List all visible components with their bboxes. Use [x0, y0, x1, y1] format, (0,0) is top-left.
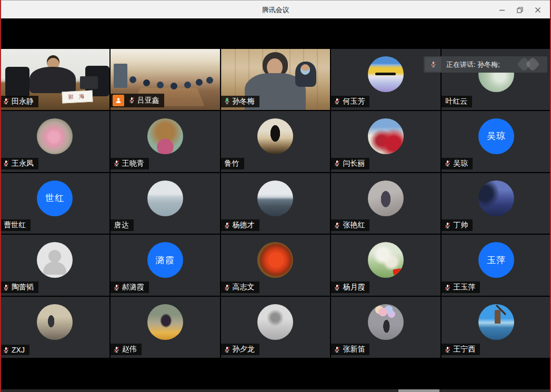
- video-scene-shape: [80, 76, 98, 89]
- tencent-meeting-window: 腾讯会议 郭 海田永静吕亚鑫孙冬梅何玉芳叶红云王永凤王晓青鲁竹闫长: [0, 0, 551, 392]
- participant-tile[interactable]: 杨月霞: [331, 235, 440, 296]
- muted-mic-icon: [444, 159, 452, 167]
- participant-tile[interactable]: 高志文: [221, 235, 330, 296]
- windmill-canal-avatar: [478, 304, 514, 340]
- courtyard-person-avatar: [37, 304, 73, 340]
- participant-name: 高志文: [233, 283, 255, 292]
- muted-mic-icon: [2, 284, 10, 292]
- participant-tile[interactable]: 孙冬梅: [221, 49, 330, 110]
- participant-tile[interactable]: 世红曹世红: [0, 173, 109, 234]
- participant-label: 吕亚鑫: [111, 94, 164, 107]
- participant-label: ZXJ: [0, 345, 29, 355]
- video-scene-shape: [5, 67, 29, 97]
- participant-tile[interactable]: 吴琼吴琼: [442, 111, 551, 172]
- participant-tile[interactable]: 鲁竹: [221, 111, 330, 172]
- participant-tile[interactable]: 王宁西: [442, 297, 551, 358]
- capture-border-left: [0, 0, 1, 392]
- participant-name: 曹世红: [4, 220, 26, 230]
- participant-label: 王晓青: [111, 158, 149, 169]
- participant-label: 鲁竹: [221, 158, 244, 169]
- participant-label: 赵伟: [111, 344, 142, 355]
- taskbar-peek[interactable]: [398, 389, 439, 392]
- pink-blossom-avatar: [37, 118, 73, 154]
- participant-tile[interactable]: 张艳红: [331, 173, 440, 234]
- muted-mic-icon: [333, 97, 341, 105]
- participant-tile[interactable]: 王永凤: [0, 111, 109, 172]
- participant-name: 唐达: [114, 220, 129, 230]
- close-icon: [535, 7, 541, 13]
- participant-tile[interactable]: 杨德才: [221, 173, 330, 234]
- muted-mic-icon: [113, 346, 121, 354]
- participant-label: 唐达: [111, 219, 134, 231]
- participant-name: 郝潞霞: [122, 283, 144, 292]
- initials-avatar: 世红: [37, 180, 73, 216]
- participant-label: 田永静: [0, 96, 38, 107]
- participant-tile[interactable]: 郭 海田永静: [0, 49, 109, 110]
- participant-tile[interactable]: 丁帅: [442, 173, 551, 234]
- participant-label: 高志文: [221, 282, 259, 293]
- active-mic-icon: [223, 97, 231, 105]
- video-scene-shape: [295, 62, 316, 87]
- participant-name: 丁帅: [453, 220, 468, 230]
- initials-avatar: 潞霞: [147, 242, 183, 278]
- participant-label: 王宁西: [442, 344, 480, 355]
- default-person-avatar: [37, 242, 73, 278]
- participant-tile[interactable]: 孙夕龙: [221, 297, 330, 358]
- tencent-meeting-logo: [516, 58, 543, 72]
- muted-mic-icon: [223, 346, 231, 354]
- participant-name: 鲁竹: [225, 159, 239, 168]
- muted-mic-icon: [223, 222, 231, 229]
- participant-tile[interactable]: 吕亚鑫: [111, 49, 220, 110]
- participant-tile[interactable]: ZXJ: [0, 297, 109, 358]
- participant-name: 赵伟: [122, 345, 137, 354]
- restore-button[interactable]: [511, 3, 529, 17]
- participant-label: 陶蕾韬: [0, 282, 38, 293]
- lake-dusk-avatar: [257, 180, 293, 216]
- close-button[interactable]: [529, 3, 547, 17]
- participant-name: 田永静: [12, 97, 34, 106]
- speaking-banner-text: 正在讲话: 孙冬梅;: [446, 60, 516, 69]
- minimize-button[interactable]: [493, 3, 511, 17]
- restore-icon: [517, 7, 523, 13]
- participant-tile[interactable]: 赵伟: [111, 297, 220, 358]
- bw-portrait-avatar: [257, 304, 293, 340]
- participant-tile[interactable]: 陶蕾韬: [0, 235, 109, 296]
- participant-tile[interactable]: 唐达: [111, 173, 220, 234]
- muted-mic-icon: [223, 284, 231, 292]
- participant-name: 王永凤: [12, 159, 34, 168]
- participant-tile[interactable]: 王晓青: [111, 111, 220, 172]
- participant-label: 吴琼: [442, 158, 473, 169]
- participant-tile[interactable]: 潞霞郝潞霞: [111, 235, 220, 296]
- red-tulips-avatar: [257, 242, 293, 278]
- participant-tile[interactable]: 张新笛: [331, 297, 440, 358]
- participant-name: 孙夕龙: [233, 345, 255, 354]
- muted-mic-icon: [333, 222, 341, 229]
- participant-label: 叶红云: [442, 96, 472, 107]
- participant-label: 郝潞霞: [111, 282, 149, 293]
- muted-mic-icon: [444, 346, 452, 354]
- participant-label: 杨德才: [221, 219, 259, 231]
- minimize-icon: [499, 7, 505, 13]
- muted-mic-icon: [333, 346, 341, 354]
- penguin-art-avatar: [257, 118, 293, 154]
- participant-label: 王永凤: [0, 158, 38, 169]
- desk-nameplate: 郭 海: [62, 90, 93, 103]
- gray-sea-avatar: [147, 180, 183, 216]
- white-flowers-avatar: [368, 242, 404, 278]
- bottom-letterbox: [0, 358, 551, 392]
- taskbar-strip: [0, 389, 551, 392]
- participant-tile[interactable]: 玉萍王玉萍: [442, 235, 551, 296]
- participant-name: 吕亚鑫: [137, 96, 159, 105]
- participant-name: 王晓青: [122, 159, 144, 168]
- participant-name: 叶红云: [445, 97, 467, 106]
- participant-name: 吴琼: [453, 159, 468, 168]
- participant-name: 陶蕾韬: [12, 283, 34, 292]
- participant-tile[interactable]: 闫长丽: [331, 111, 440, 172]
- muted-mic-icon: [2, 159, 10, 167]
- participant-name: 何玉芳: [343, 97, 365, 106]
- muted-mic-icon: [444, 284, 452, 292]
- window-title: 腾讯会议: [0, 1, 551, 19]
- participant-label: 曹世红: [0, 219, 31, 231]
- sunset-boat-avatar: [368, 56, 404, 92]
- participant-name: ZXJ: [12, 346, 25, 354]
